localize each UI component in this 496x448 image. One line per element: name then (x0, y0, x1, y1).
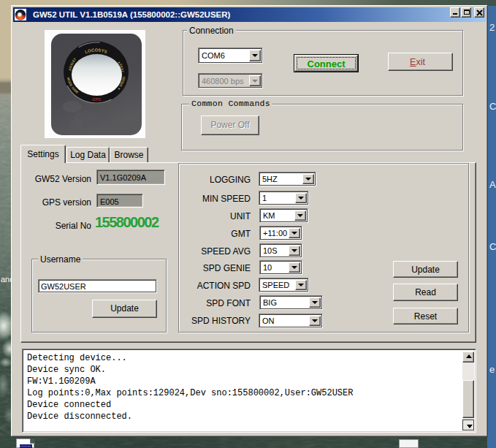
svg-text:GPS: GPS (92, 97, 101, 102)
